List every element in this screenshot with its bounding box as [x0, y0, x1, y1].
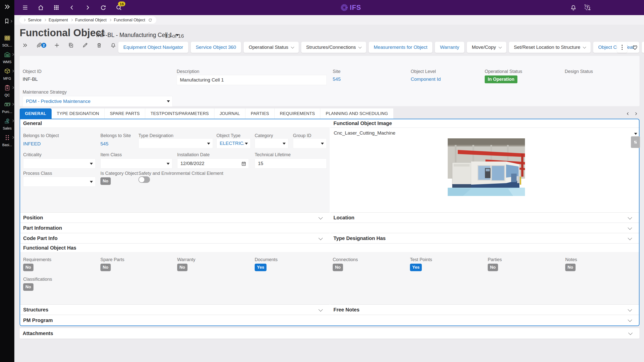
site-link[interactable]: 545: [333, 76, 341, 82]
structures-connections-menu-button[interactable]: Structures/Connections: [301, 42, 366, 53]
breadcrumb-item-equipment[interactable]: Equipment: [49, 18, 68, 22]
sidebar-item-sales[interactable]: $ Sales: [0, 118, 14, 130]
solution-grid-icon: [4, 35, 11, 41]
duplicate-icon[interactable]: [68, 42, 74, 48]
favorite-heart-icon[interactable]: [631, 44, 638, 51]
functional-object-image: [448, 138, 525, 196]
tab-type-designation[interactable]: TYPE DESIGNATION: [52, 108, 105, 119]
group-id-label: Group ID: [293, 133, 311, 138]
chevron-down-icon: [319, 236, 323, 240]
type-designation-select[interactable]: [138, 138, 213, 148]
section-code-part-info[interactable]: Code Part Info: [20, 233, 330, 243]
description-input[interactable]: Manufacturing Cell 1: [177, 75, 327, 85]
maintenance-strategy-select[interactable]: PDM - Predictive Maintenance: [23, 96, 173, 107]
tab-planning-and-scheduling[interactable]: PLANNING AND SCHEDULING: [320, 108, 393, 119]
criticality-select[interactable]: [23, 158, 96, 169]
ifs-logo-text: IFS: [350, 4, 361, 12]
record-header-card: Object ID INF-BL Description Manufacturi…: [20, 56, 639, 106]
calendar-icon[interactable]: [241, 161, 246, 166]
item-class-select[interactable]: [100, 158, 172, 169]
tab-general[interactable]: GENERAL: [20, 108, 52, 119]
image-settings-button[interactable]: [631, 136, 640, 148]
classifications-label: Classifications: [23, 277, 52, 282]
section-pm-program[interactable]: PM Program: [20, 315, 639, 326]
tab-scroll-left-icon[interactable]: [626, 112, 630, 116]
sidebar-item-qc[interactable]: QC: [0, 85, 14, 97]
operational-status-badge: In Operation: [485, 75, 517, 83]
move-copy-menu-button[interactable]: Move/Copy: [467, 42, 506, 53]
operational-status-menu-button[interactable]: Operational Status: [244, 42, 298, 53]
section-free-notes[interactable]: Free Notes: [330, 304, 639, 315]
sidebar-expand-icon[interactable]: [4, 4, 10, 10]
section-part-information[interactable]: Part Information: [20, 223, 639, 233]
warranty-button[interactable]: Warranty: [435, 42, 464, 53]
help-assistant-icon[interactable]: ?: [584, 4, 591, 11]
warranty-badge: No: [177, 264, 187, 271]
delete-trash-icon[interactable]: [96, 42, 102, 48]
process-class-select[interactable]: [23, 177, 96, 187]
safety-element-toggle[interactable]: [138, 176, 150, 183]
section-type-designation-has[interactable]: Type Designation Has: [330, 233, 639, 243]
sidebar-item-wms[interactable]: WMS: [0, 51, 14, 64]
group-id-select[interactable]: [293, 138, 327, 148]
equipment-object-navigator-button[interactable]: Equipment Object Navigator: [118, 42, 188, 53]
notifications-bell-icon[interactable]: [570, 4, 577, 11]
search-button[interactable]: 16: [116, 4, 122, 11]
belongs-to-site-link[interactable]: 545: [100, 141, 108, 147]
add-icon[interactable]: [54, 42, 60, 48]
measurements-for-object-button[interactable]: Measurements for Object: [369, 42, 432, 53]
refresh-icon[interactable]: [100, 4, 106, 11]
general-section-header: General: [20, 119, 330, 128]
bell-icon: [110, 42, 116, 48]
breadcrumb-item-service[interactable]: Service: [28, 18, 41, 22]
tab-spare-parts[interactable]: SPARE PARTS: [105, 108, 145, 119]
object-id-label: Object ID: [23, 69, 42, 74]
tab-parties[interactable]: PARTIES: [245, 108, 275, 119]
tab-testpoints-parameters[interactable]: TESTPOINTS/PARAMETERS: [145, 108, 214, 119]
more-options-button[interactable]: [617, 42, 627, 53]
app-grid-icon[interactable]: [53, 4, 60, 11]
technical-lifetime-input[interactable]: 15: [255, 158, 327, 169]
sidebar-item-basic-data[interactable]: Basi...: [0, 134, 14, 147]
belongs-to-object-label: Belongs to Object: [23, 133, 59, 138]
chevron-down-icon: [628, 307, 632, 312]
back-icon[interactable]: [69, 4, 75, 11]
hamburger-menu-icon[interactable]: [22, 4, 28, 11]
category-select[interactable]: [255, 138, 288, 148]
tab-requirements[interactable]: REQUIREMENTS: [275, 108, 320, 119]
edit-pencil-icon[interactable]: [82, 42, 88, 48]
expand-commands-icon[interactable]: [22, 42, 28, 48]
object-level-link[interactable]: Component Id: [411, 76, 441, 82]
sidebar-item-solution[interactable]: SOL...: [0, 35, 14, 47]
chevron-down-icon[interactable]: [634, 133, 637, 135]
service-object-360-button[interactable]: Service Object 360: [191, 42, 241, 53]
breadcrumb-refresh-icon[interactable]: [148, 18, 152, 22]
technical-lifetime-label: Technical Lifetime: [255, 152, 291, 157]
object-type-select[interactable]: ELECTRICAL -...: [216, 138, 251, 148]
section-attachments[interactable]: Attachments: [20, 328, 639, 339]
metering-invoicing-button[interactable]: Metering Invoicing: [642, 42, 644, 53]
installation-date-input[interactable]: 12/08/2022: [177, 158, 249, 169]
breadcrumb-item-current[interactable]: Functional Object: [114, 18, 145, 22]
sidebar-item-purchasing[interactable]: Purc...: [0, 101, 14, 114]
bookmarks-icon[interactable]: [4, 18, 10, 25]
set-reset-location-menu-button[interactable]: Set/Reset Location to Structure: [509, 42, 591, 53]
attachments-button[interactable]: 2: [36, 42, 42, 48]
tab-journal[interactable]: JOURNAL: [214, 108, 246, 119]
section-structures[interactable]: Structures: [20, 304, 330, 315]
section-location[interactable]: Location: [330, 212, 639, 223]
object-type-label: Object Type: [216, 133, 241, 138]
tab-scroll-right-icon[interactable]: [634, 112, 638, 116]
sidebar-item-mfg[interactable]: MFG: [0, 68, 14, 81]
notes-label: Notes: [565, 257, 577, 262]
image-select[interactable]: Cnc_Laser_Cutting_Machine: [334, 130, 395, 136]
forward-icon[interactable]: [84, 4, 91, 11]
command-icon-group: 2: [22, 42, 124, 48]
installation-date-label: Installation Date: [177, 152, 210, 157]
section-position[interactable]: Position: [20, 212, 330, 223]
home-icon[interactable]: [37, 4, 44, 11]
spare-parts-label: Spare Parts: [100, 257, 124, 262]
belongs-to-object-link[interactable]: INFEED: [23, 141, 41, 147]
ifs-logo-swirl-icon: [340, 4, 348, 11]
breadcrumb-item-functional-object[interactable]: Functional Object: [75, 18, 107, 22]
